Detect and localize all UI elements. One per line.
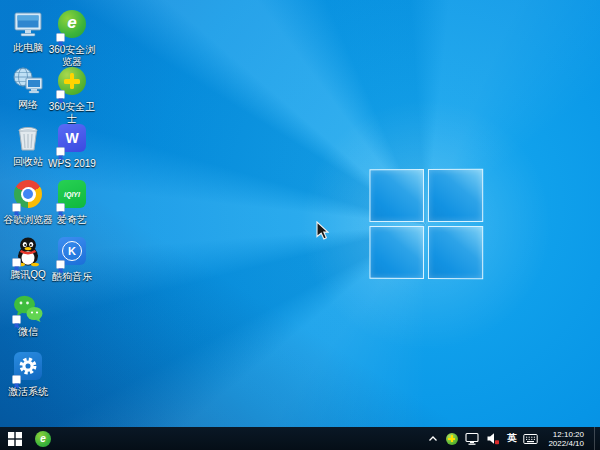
input-method-indicator[interactable]: 英 (507, 427, 517, 450)
shortcut-arrow-icon (12, 258, 21, 267)
shortcut-arrow-icon (56, 147, 65, 156)
network-icon (12, 65, 44, 97)
wps-icon: W (56, 124, 88, 156)
desktop-icon-kugou[interactable]: K 酷狗音乐 (45, 235, 99, 283)
desktop-icon-activate-system[interactable]: 激活系统 (1, 350, 55, 398)
windows-logo-pane (428, 169, 483, 222)
desktop-icon-wps[interactable]: W WPS 2019 (45, 122, 99, 170)
desktop-icon-360-browser[interactable]: e 360安全浏览器 (45, 8, 99, 68)
shortcut-arrow-icon (56, 260, 65, 269)
wechat-icon (12, 292, 44, 324)
iqiyi-icon: iQIYI (56, 180, 88, 212)
windows-logo-pane (369, 226, 424, 279)
tray-network-button[interactable] (465, 427, 479, 450)
gear-icon (12, 352, 44, 384)
desktop-icon-iqiyi[interactable]: iQIYI 爱奇艺 (45, 178, 99, 226)
this-pc-icon (12, 8, 44, 40)
iqiyi-glyph: iQIYI (64, 191, 80, 198)
shortcut-arrow-icon (12, 203, 21, 212)
windows-logo-pane (369, 169, 424, 222)
taskbar-clock[interactable]: 12:10:20 2022/4/10 (545, 430, 587, 448)
360-safe-icon (446, 433, 458, 445)
wps-glyph: W (65, 130, 78, 146)
desktop-icon-wechat[interactable]: 微信 (1, 292, 55, 338)
taskbar: e 英 (0, 427, 600, 450)
desktop-icon-label: 激活系统 (1, 386, 55, 398)
kugou-glyph: K (68, 245, 76, 257)
clock-date: 2022/4/10 (548, 439, 584, 448)
shortcut-arrow-icon (56, 33, 65, 42)
system-tray: 英 12:10:20 2022/4/10 (427, 427, 600, 450)
360-safe-icon (56, 67, 88, 99)
network-icon (465, 432, 479, 445)
mouse-cursor (316, 221, 329, 244)
desktop-icon-label: 爱奇艺 (45, 214, 99, 226)
start-button[interactable] (0, 427, 30, 450)
windows-start-icon (8, 432, 22, 446)
taskbar-pinned-360-browser[interactable]: e (30, 427, 56, 450)
shortcut-arrow-icon (56, 203, 65, 212)
360-browser-glyph: e (67, 13, 76, 33)
windows-logo-pane (428, 226, 483, 279)
tray-keyboard-button[interactable] (523, 427, 538, 450)
shortcut-arrow-icon (12, 315, 21, 324)
chevron-up-icon (427, 433, 439, 445)
tray-chevron-button[interactable] (427, 427, 439, 450)
chrome-icon (12, 180, 44, 212)
shortcut-arrow-icon (56, 90, 65, 99)
tray-360-safe-button[interactable] (446, 427, 458, 450)
desktop-icon-360-safe[interactable]: 360安全卫士 (45, 65, 99, 125)
desktop-icon-label: WPS 2019 (45, 158, 99, 170)
qq-penguin-icon (12, 235, 44, 267)
keyboard-icon (523, 433, 538, 445)
desktop-icon-label: 微信 (1, 326, 55, 338)
tray-volume-button[interactable] (486, 427, 500, 450)
desktop-surface[interactable]: 此电脑 e 360安全浏览器 网络 (0, 0, 600, 450)
360-browser-icon: e (56, 10, 88, 42)
360-browser-icon: e (35, 431, 51, 447)
shortcut-arrow-icon (12, 375, 21, 384)
windows-logo (369, 169, 483, 280)
show-desktop-button[interactable] (594, 427, 598, 450)
clock-time: 12:10:20 (548, 430, 584, 439)
kugou-icon: K (56, 237, 88, 269)
recycle-bin-icon (12, 122, 44, 154)
desktop-icon-label: 酷狗音乐 (45, 271, 99, 283)
speaker-muted-icon (486, 432, 500, 445)
